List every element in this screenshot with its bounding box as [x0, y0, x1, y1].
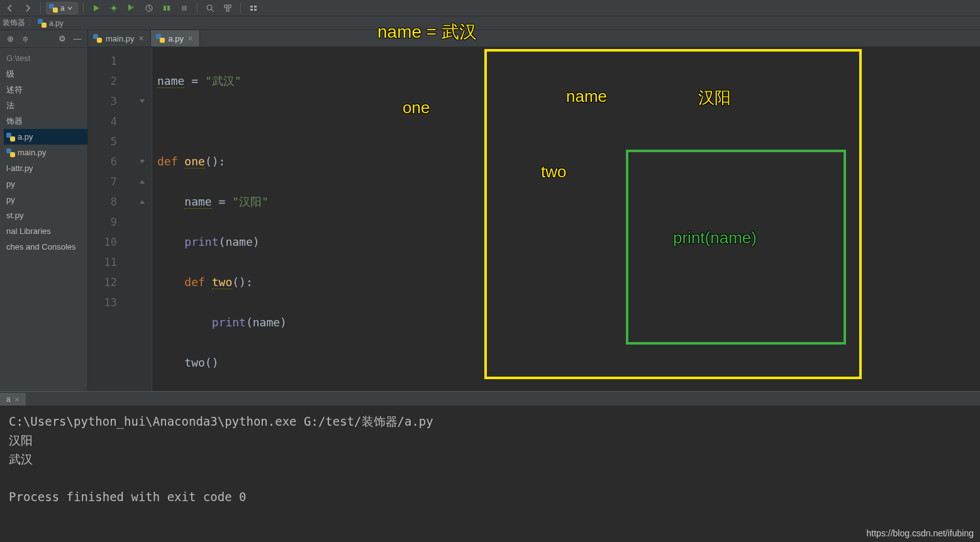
console-line: 武汉 [9, 452, 33, 466]
code-token: = [184, 74, 205, 87]
console-output[interactable]: C:\Users\python_hui\Anaconda3\python.exe… [0, 406, 980, 512]
tree-item[interactable]: py [4, 192, 87, 207]
code-builtin: print [212, 316, 246, 329]
code-token: name [184, 195, 211, 209]
svg-rect-7 [167, 6, 170, 11]
code-function: one [184, 155, 205, 169]
svg-line-10 [211, 9, 214, 12]
select-opened-icon[interactable]: ⊕ [5, 34, 15, 44]
separator [83, 3, 84, 14]
breadcrumb-sep: 〉 [28, 18, 35, 28]
fold-end-icon [132, 192, 152, 212]
breadcrumb-file[interactable]: a.py [49, 19, 64, 28]
tab-label: a.py [169, 34, 184, 43]
debug-button[interactable] [106, 2, 121, 14]
svg-rect-16 [250, 9, 253, 11]
structure-button[interactable] [220, 2, 235, 14]
tree-item-selected[interactable]: a.py [4, 129, 87, 145]
run-config-label: a [60, 4, 65, 13]
tree-label: main.py [18, 145, 47, 160]
code-token: = [212, 195, 233, 208]
python-icon [156, 34, 165, 43]
project-toolbar: ⊕ ≑ ⚙ — [0, 30, 87, 48]
console-tab[interactable]: a✕ [0, 393, 26, 406]
code-keyword: def [157, 155, 184, 168]
run-button[interactable] [89, 2, 104, 14]
more-button[interactable] [246, 2, 261, 14]
console-tab-label: a [6, 395, 11, 404]
project-tree[interactable]: G:\test 级 述符 法 饰器 a.py main.py l-attr.py… [0, 48, 87, 255]
python-icon [38, 19, 47, 28]
separator [197, 3, 198, 14]
tree-item[interactable]: nal Libraries [4, 223, 87, 239]
code-token: name [157, 74, 184, 88]
run-config-selector[interactable]: a [46, 2, 78, 14]
breadcrumb: 装饰器 〉 a.py [0, 16, 980, 30]
console-line: C:\Users\python_hui\Anaconda3\python.exe… [9, 414, 433, 428]
svg-rect-6 [164, 6, 166, 11]
code-builtin: print [184, 235, 218, 248]
svg-rect-14 [250, 6, 253, 8]
tree-item[interactable]: ches and Consoles [4, 239, 87, 255]
tree-item[interactable]: l-attr.py [4, 160, 87, 176]
tree-item[interactable]: 述符 [4, 82, 87, 97]
back-button[interactable] [3, 2, 18, 14]
code-token: (): [205, 155, 226, 168]
main-toolbar: a [0, 0, 980, 16]
stop-button[interactable] [177, 2, 192, 14]
python-icon [6, 148, 15, 157]
search-button[interactable] [203, 2, 218, 14]
breadcrumb-folder[interactable]: 装饰器 [3, 18, 25, 28]
svg-rect-13 [226, 9, 229, 11]
tab-a[interactable]: a.py✕ [151, 30, 201, 47]
project-root[interactable]: G:\test [4, 50, 87, 66]
code-token: (name) [246, 316, 287, 329]
console-line: Process finished with exit code 0 [9, 490, 247, 504]
tree-item[interactable]: main.py [4, 145, 87, 160]
watermark: https://blog.csdn.net/ifubing [867, 528, 974, 538]
code-token: two() [184, 356, 218, 369]
python-icon [49, 4, 58, 13]
separator [240, 3, 241, 14]
svg-point-9 [207, 5, 212, 10]
concurrent-button[interactable] [159, 2, 174, 14]
tree-item[interactable]: 法 [4, 97, 87, 113]
code-function: two [212, 275, 233, 289]
code-token: (): [232, 275, 253, 289]
tree-item[interactable]: 饰器 [4, 113, 87, 129]
close-icon[interactable]: ✕ [14, 396, 19, 403]
close-icon[interactable]: ✕ [187, 35, 193, 43]
forward-button[interactable] [20, 2, 35, 14]
hide-icon[interactable]: — [72, 34, 82, 44]
code-keyword: def [184, 275, 211, 289]
collapse-icon[interactable]: ≑ [20, 34, 30, 44]
fold-icon[interactable] [132, 152, 152, 172]
profile-button[interactable] [142, 2, 157, 14]
chevron-down-icon [67, 6, 72, 11]
tree-item[interactable]: 级 [4, 66, 87, 82]
close-icon[interactable]: ✕ [138, 35, 144, 43]
fold-icon[interactable] [132, 91, 152, 111]
python-icon [6, 133, 15, 141]
python-icon [93, 34, 102, 43]
svg-point-0 [112, 6, 116, 10]
tree-item[interactable]: py [4, 176, 87, 192]
code-string: "汉阳" [232, 195, 269, 208]
coverage-button[interactable] [124, 2, 139, 14]
tab-label: main.py [106, 34, 135, 43]
tab-main[interactable]: main.py✕ [88, 30, 151, 47]
svg-rect-11 [225, 5, 227, 8]
tree-item[interactable]: st.py [4, 207, 87, 223]
gear-icon[interactable]: ⚙ [57, 34, 67, 44]
console-line: 汉阳 [9, 433, 33, 447]
run-console: a✕ C:\Users\python_hui\Anaconda3\python.… [0, 391, 980, 542]
editor-tabs: main.py✕ a.py✕ [88, 30, 980, 47]
code-token: (name) [219, 235, 260, 248]
tree-label: a.py [18, 129, 33, 145]
console-tabs: a✕ [0, 392, 980, 406]
svg-rect-8 [182, 6, 187, 11]
svg-rect-12 [228, 5, 231, 8]
code-string: "武汉" [205, 74, 242, 87]
fold-end-icon [132, 172, 152, 192]
svg-rect-15 [254, 6, 257, 8]
